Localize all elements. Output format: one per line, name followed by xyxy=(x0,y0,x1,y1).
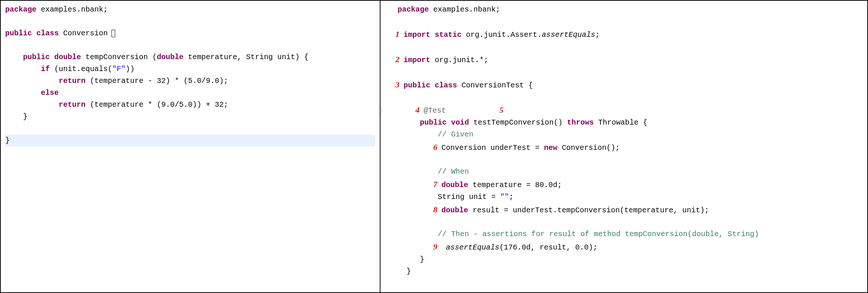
kw-double: double xyxy=(441,206,468,215)
annotation-marker-9: 9 xyxy=(433,240,441,253)
code-line: 4@Test 5 xyxy=(385,103,863,117)
pkg-name: examples.nbank; xyxy=(36,5,108,14)
kw-if: if xyxy=(41,65,50,73)
code-line: } xyxy=(5,111,375,123)
given-line: Conversion underTest = xyxy=(441,144,544,152)
code-line: String unit = ""; xyxy=(385,191,863,203)
string-literal: "" xyxy=(500,193,509,201)
kw-double: double xyxy=(441,181,468,189)
gutter xyxy=(385,105,398,117)
pkg-name: examples.nbank; xyxy=(429,5,500,14)
code-line xyxy=(385,91,863,103)
temp-assign: temperature = 80.0d; xyxy=(468,181,562,189)
annotation-marker-3: 3 xyxy=(395,78,404,91)
close-brace: } xyxy=(23,112,27,121)
method-name: testTempConversion() xyxy=(469,118,567,127)
code-line: 9 assertEquals(176.0d, result, 0.0); xyxy=(385,240,863,254)
close-brace: } xyxy=(5,136,10,145)
assert-equals: assertEquals xyxy=(542,30,595,39)
code-line: return (temperature * (9.0/5.0)) + 32; xyxy=(5,99,375,111)
comment-given: // Given xyxy=(438,130,473,139)
code-line xyxy=(385,66,863,78)
kw-import-static: import static xyxy=(404,30,461,39)
code-line: 3public class ConversionTest { xyxy=(385,78,863,91)
kw-package: package xyxy=(5,5,36,14)
method-name: tempConversion ( xyxy=(81,53,157,61)
left-code-pane[interactable]: package examples.nbank; public class Con… xyxy=(0,0,380,293)
code-line: // Then - assertions for result of metho… xyxy=(385,228,863,240)
right-code-pane[interactable]: package examples.nbank; 1import static o… xyxy=(380,0,868,293)
fold-toggle-icon[interactable] xyxy=(380,108,382,113)
code-line: 8double result = underTest.tempConversio… xyxy=(385,203,863,216)
return-expr: (temperature * (9.0/5.0)) + 32; xyxy=(85,100,228,109)
code-line: package examples.nbank; xyxy=(5,4,375,16)
close-brace: } xyxy=(407,267,411,276)
annotation-marker-6: 6 xyxy=(433,141,441,154)
import-body: org.junit.Assert. xyxy=(461,30,542,39)
comment-when: // When xyxy=(438,167,469,176)
class-name: Conversion xyxy=(59,29,112,38)
code-line: 1import static org.junit.Assert.assertEq… xyxy=(385,28,863,41)
code-line: } xyxy=(385,265,863,277)
code-line: return (temperature - 32) * (5.0/9.0); xyxy=(5,75,375,87)
code-line xyxy=(5,16,375,28)
annotation-marker-8: 8 xyxy=(433,203,441,216)
code-line: else xyxy=(5,87,375,99)
kw-return: return xyxy=(59,100,85,109)
ctor-call: Conversion(); xyxy=(557,144,620,152)
kw-public-void: public void xyxy=(420,118,469,127)
code-line xyxy=(385,41,863,53)
assert-equals-call: assertEquals xyxy=(446,243,499,252)
close-brace: } xyxy=(420,255,424,264)
return-expr: (temperature - 32) * (5.0/9.0); xyxy=(85,77,228,85)
cursor-icon xyxy=(111,30,115,37)
kw-package: package xyxy=(398,5,429,14)
annotation-marker-2: 2 xyxy=(395,53,404,66)
string-literal: "F" xyxy=(112,65,126,73)
assert-args: (176.0d, result, 0.0); xyxy=(499,243,597,252)
throws-type: Throwable { xyxy=(594,118,647,127)
unit-assign: String unit = xyxy=(438,193,500,201)
code-line xyxy=(385,16,863,28)
annotation-marker-1: 1 xyxy=(395,28,404,41)
method-params: temperature, String unit) { xyxy=(184,53,308,61)
code-line: if (unit.equals("F")) xyxy=(5,63,375,75)
semi: ; xyxy=(509,193,514,201)
kw-return: return xyxy=(59,77,85,85)
code-line: 6Conversion underTest = new Conversion()… xyxy=(385,141,863,154)
code-line: 2import org.junit.*; xyxy=(385,53,863,66)
kw-new: new xyxy=(544,144,557,152)
code-line xyxy=(385,216,863,228)
code-line: package examples.nbank; xyxy=(385,4,863,16)
import-body: org.junit.*; xyxy=(430,56,488,64)
code-line: // When xyxy=(385,166,863,178)
code-line: 7double temperature = 80.0d; xyxy=(385,178,863,191)
annotation-marker-7: 7 xyxy=(433,178,441,191)
kw-else: else xyxy=(41,88,59,97)
kw-method-sig: public double xyxy=(23,53,81,61)
result-assign: result = underTest.tempConversion(temper… xyxy=(468,206,709,215)
kw-double: double xyxy=(157,53,184,61)
code-line: public class Conversion xyxy=(5,28,375,39)
if-close: )) xyxy=(126,65,135,73)
kw-public-class: public class xyxy=(404,81,457,90)
comment-then: // Then - assertions for result of metho… xyxy=(438,230,759,238)
code-line xyxy=(5,39,375,51)
code-line xyxy=(385,154,863,166)
if-cond: (unit.equals( xyxy=(50,65,112,73)
annotation-marker-4: 4 xyxy=(415,103,424,116)
kw-throws: throws xyxy=(567,118,594,127)
kw-import: import xyxy=(404,56,430,64)
kw-public-class: public class xyxy=(5,29,59,38)
code-line: } xyxy=(385,254,863,265)
annotation-marker-5: 5 xyxy=(499,103,508,116)
test-annotation: @Test xyxy=(424,106,446,115)
class-name: ConversionTest { xyxy=(457,81,533,90)
code-line: // Given xyxy=(385,129,863,141)
semi: ; xyxy=(595,30,600,39)
code-line: public double tempConversion (double tem… xyxy=(5,51,375,63)
highlighted-line: } xyxy=(5,135,375,146)
code-line: public void testTempConversion() throws … xyxy=(385,117,863,129)
code-line xyxy=(5,123,375,135)
